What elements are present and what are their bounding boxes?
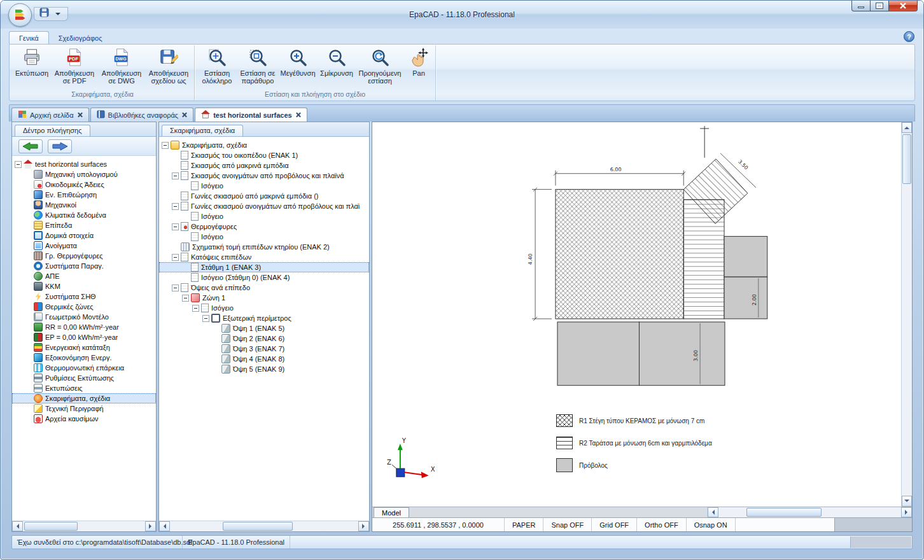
expander-icon[interactable] — [25, 242, 32, 249]
expander-icon[interactable] — [25, 222, 32, 229]
expander-icon[interactable] — [172, 223, 179, 230]
expander-icon[interactable] — [182, 264, 189, 271]
tree-item[interactable]: Ισόγειο — [159, 211, 369, 221]
scroll-left-button[interactable] — [708, 507, 718, 517]
print-button[interactable]: Εκτύπωση — [13, 45, 51, 78]
expander-icon[interactable] — [25, 283, 32, 290]
expander-icon[interactable] — [182, 183, 189, 190]
drafting-toggle[interactable]: PAPER — [505, 518, 543, 531]
tree-item[interactable]: Όψη 3 (ΕΝΑΚ 7) — [159, 344, 369, 354]
tree-item[interactable]: Θερμογέφυρες — [159, 221, 369, 232]
tree-item[interactable]: Ισόγειο — [159, 303, 369, 313]
tree-item[interactable]: Ενεργειακή κατάταξη — [12, 342, 156, 353]
expander-icon[interactable] — [172, 203, 179, 210]
tree-item[interactable]: Ισόγειο (Στάθμη 0) (ΕΝΑΚ 4) — [159, 272, 369, 283]
tree-item[interactable]: Δομικά στοιχεία — [12, 230, 156, 241]
close-tab-icon[interactable] — [77, 112, 83, 118]
tree-item[interactable]: Όψη 2 (ΕΝΑΚ 6) — [159, 333, 369, 344]
quick-save-button[interactable] — [38, 8, 50, 20]
tree-item[interactable]: Μηχανική υπολογισμού — [12, 169, 156, 179]
minimize-button[interactable] — [851, 0, 871, 11]
tree-item[interactable]: Θερμομονωτική επάρκεια — [12, 363, 156, 373]
expander-icon[interactable] — [25, 212, 32, 219]
expander-icon[interactable] — [25, 181, 32, 188]
tree-item[interactable]: Τεχνική Περιγραφή — [12, 403, 156, 414]
expander-icon[interactable] — [213, 346, 220, 353]
expander-icon[interactable] — [182, 213, 189, 220]
expander-icon[interactable] — [202, 315, 209, 322]
tab-test-horizontal-surfaces[interactable]: test horizontal surfaces — [195, 108, 307, 122]
expander-icon[interactable] — [172, 193, 179, 200]
expander-icon[interactable] — [213, 366, 220, 373]
tree-item[interactable]: Επίπεδα — [12, 220, 156, 230]
help-button[interactable] — [904, 31, 914, 42]
expander-icon[interactable] — [25, 395, 32, 402]
close-tab-icon[interactable] — [295, 112, 301, 118]
canvas-vertical-scrollbar[interactable] — [901, 122, 912, 507]
sketch-horizontal-scrollbar[interactable] — [159, 521, 369, 531]
tree-item[interactable]: Μηχανικοί — [12, 200, 156, 210]
expander-icon[interactable] — [182, 234, 189, 241]
tree-item[interactable]: Σκαριφήματα, σχέδια — [12, 393, 156, 403]
expander-icon[interactable] — [162, 142, 169, 149]
tree-item[interactable]: Στάθμη 1 (ΕΝΑΚ 3) — [159, 262, 369, 272]
expander-icon[interactable] — [25, 171, 32, 178]
expander-icon[interactable] — [25, 354, 32, 361]
maximize-button[interactable] — [871, 0, 888, 11]
zoom-out-button[interactable]: Σμίκρυνση — [318, 45, 356, 78]
tree-item[interactable]: Γρ. Θερμογέφυρες — [12, 251, 156, 261]
expander-icon[interactable] — [25, 253, 32, 260]
tree-item[interactable]: ΑΠΕ — [12, 271, 156, 281]
expander-icon[interactable] — [25, 273, 32, 280]
expander-icon[interactable] — [25, 344, 32, 351]
tree-item[interactable]: Εξοικονόμηση Ενεργ. — [12, 353, 156, 363]
save-dwg-button[interactable]: DWG Αποθήκευση σε DWG — [98, 45, 145, 85]
drafting-toggle[interactable]: Osnap ON — [687, 518, 736, 531]
save-pdf-button[interactable]: PDF Αποθήκευση σε PDF — [51, 45, 98, 85]
expander-icon[interactable] — [25, 263, 32, 270]
tree-item[interactable]: Θερμικές ζώνες — [12, 302, 156, 312]
tree-item[interactable]: Σκιασμός από μακρινά εμπόδια — [159, 160, 369, 171]
tree-item[interactable]: Συστήματα ΣΗΘ — [12, 291, 156, 302]
scroll-thumb[interactable] — [24, 522, 78, 531]
drafting-toggle[interactable]: Snap OFF — [543, 518, 592, 531]
tree-item[interactable]: RR = 0,00 kWh/m²·year — [12, 322, 156, 332]
expander-icon[interactable] — [172, 244, 179, 251]
tree-item[interactable]: Εν. Επιθεώρηση — [12, 190, 156, 200]
ribbon-tab-general[interactable]: Γενικά — [9, 31, 49, 44]
tree-item[interactable]: Σκιασμός ανοιγμάτων από προβόλους και πλ… — [159, 171, 369, 181]
expander-icon[interactable] — [213, 325, 220, 332]
tree-item[interactable]: Όψη 1 (ΕΝΑΚ 5) — [159, 323, 369, 333]
tab-home[interactable]: Αρχική σελίδα — [11, 108, 89, 122]
quick-access-dropdown-button[interactable] — [52, 8, 64, 20]
expander-icon[interactable] — [25, 375, 32, 382]
expander-icon[interactable] — [25, 334, 32, 341]
expander-icon[interactable] — [25, 304, 32, 311]
zoom-previous-button[interactable]: Προηγούμενη εστίαση — [356, 45, 404, 85]
tree-item[interactable]: Κλιματικά δεδομένα — [12, 210, 156, 220]
tree-item[interactable]: Γωνίες σκιασμού από μακρινά εμπόδια () — [159, 191, 369, 201]
expander-icon[interactable] — [213, 356, 220, 363]
expander-icon[interactable] — [25, 192, 32, 199]
expander-icon[interactable] — [172, 172, 179, 179]
tree-item[interactable]: EP = 0,00 kWh/m²·year — [12, 332, 156, 342]
zoom-in-button[interactable]: Μεγέθυνση — [278, 45, 318, 78]
tree-item[interactable]: Συστήματα Παραγ. — [12, 261, 156, 271]
expander-icon[interactable] — [192, 305, 199, 312]
expander-icon[interactable] — [25, 385, 32, 392]
expander-icon[interactable] — [25, 293, 32, 300]
zoom-extents-button[interactable]: Εστίαση ολόκληρο — [197, 45, 237, 85]
tree-item[interactable]: Όψη 4 (ΕΝΑΚ 8) — [159, 354, 369, 364]
expander-icon[interactable] — [172, 284, 179, 291]
tree-item[interactable]: ΚΚΜ — [12, 281, 156, 291]
scroll-up-button[interactable] — [902, 122, 912, 133]
expander-icon[interactable] — [15, 161, 22, 168]
drafting-toggle[interactable]: Grid OFF — [592, 518, 637, 531]
tree-item[interactable]: Σκαριφήματα, σχέδια — [159, 140, 369, 150]
tree-item[interactable]: Ισόγειο — [159, 232, 369, 242]
scroll-left-button[interactable] — [12, 521, 23, 531]
canvas-horizontal-scrollbar[interactable] — [707, 507, 912, 517]
zoom-window-button[interactable]: Εστίαση σε παράθυρο — [237, 45, 278, 85]
tree-item[interactable]: Ισόγειο — [159, 181, 369, 191]
tree-item[interactable]: Γεωμετρικό Μοντέλο — [12, 312, 156, 322]
